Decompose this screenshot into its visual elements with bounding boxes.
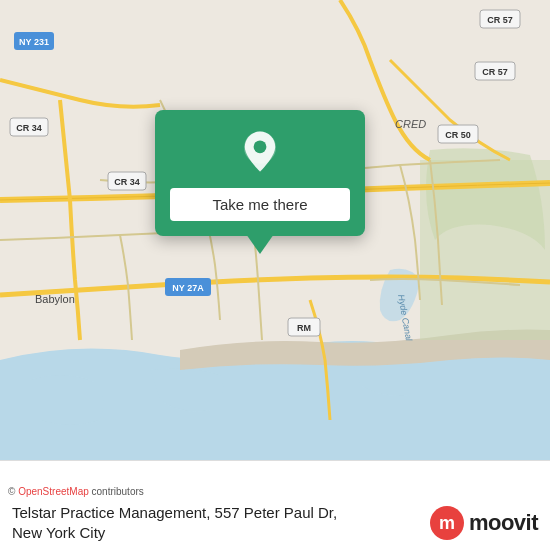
svg-text:Babylon: Babylon [35, 293, 75, 305]
svg-text:CR 50: CR 50 [445, 130, 471, 140]
bottom-content: Telstar Practice Management, 557 Peter P… [0, 499, 550, 542]
svg-text:CR 34: CR 34 [16, 123, 42, 133]
take-me-there-button[interactable]: Take me there [170, 188, 350, 221]
svg-text:CR 57: CR 57 [482, 67, 508, 77]
moovit-icon: m [429, 505, 465, 541]
moovit-logo: m moovit [429, 505, 538, 541]
svg-point-24 [254, 140, 267, 153]
svg-text:m: m [439, 513, 455, 533]
bottom-bar: © OpenStreetMap contributors Telstar Pra… [0, 460, 550, 550]
place-name: Telstar Practice Management, 557 Peter P… [12, 503, 429, 542]
svg-text:CR 57: CR 57 [487, 15, 513, 25]
svg-text:RM: RM [297, 323, 311, 333]
place-info: Telstar Practice Management, 557 Peter P… [12, 503, 429, 542]
svg-text:NY 27A: NY 27A [172, 283, 204, 293]
osm-link[interactable]: OpenStreetMap [18, 486, 89, 497]
map-container: NY 231 CR 34 CR 34 NY 27 CR 57 CR 57 CR … [0, 0, 550, 460]
svg-text:CRED: CRED [395, 118, 426, 130]
location-pin-icon [236, 130, 284, 178]
osm-attribution: © OpenStreetMap contributors [0, 482, 550, 499]
popup-card: Take me there [155, 110, 365, 236]
svg-text:NY 231: NY 231 [19, 37, 49, 47]
svg-text:CR 34: CR 34 [114, 177, 140, 187]
moovit-text: moovit [469, 510, 538, 536]
